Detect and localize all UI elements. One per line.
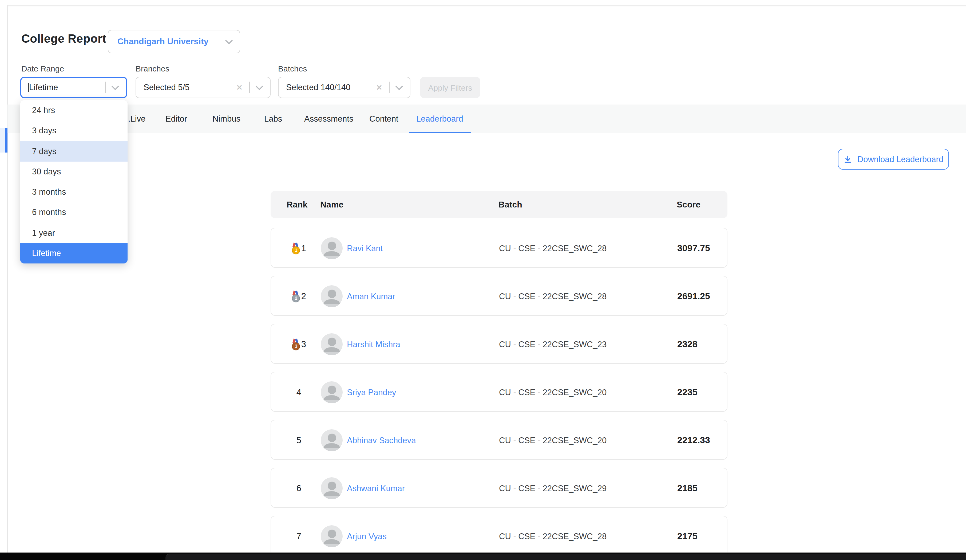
avatar-head	[327, 386, 336, 394]
batch-text: CU - CSE - 22CSE_SWC_28	[499, 228, 606, 268]
score-text: 2235	[677, 372, 698, 412]
top-border-line	[7, 5, 966, 7]
chevron-down-icon[interactable]	[256, 83, 263, 90]
tab-labs[interactable]: Labs	[264, 105, 282, 133]
rank-cell: 33	[276, 324, 321, 364]
tabs-strip	[7, 105, 966, 133]
branches-value: Selected 5/5	[136, 83, 237, 92]
column-header-batch: Batch	[498, 191, 522, 218]
date-range-select[interactable]: Lifetime	[20, 77, 127, 98]
leaderboard-row: 11 Ravi Kant CU - CSE - 22CSE_SWC_28 309…	[271, 228, 728, 268]
leaderboard-row: 5 Abhinav Sachdeva CU - CSE - 22CSE_SWC_…	[271, 420, 728, 460]
date-range-option[interactable]: 3 days	[20, 121, 128, 141]
branches-select[interactable]: Selected 5/5 ✕	[136, 77, 271, 98]
leaderboard-row: 4 Sriya Pandey CU - CSE - 22CSE_SWC_20 2…	[271, 372, 728, 412]
chevron-down-icon[interactable]	[225, 37, 233, 44]
sidebar-divider-line	[7, 5, 8, 553]
avatar-head	[327, 481, 336, 490]
student-name-link[interactable]: Ashwani Kumar	[347, 468, 405, 508]
sidebar-active-item-highlight[interactable]	[0, 128, 5, 152]
avatar-band	[321, 256, 343, 259]
score-text: 2328	[677, 324, 698, 364]
rank-number: 1	[301, 243, 306, 253]
page-title-text: College Report	[21, 32, 107, 45]
tab-live[interactable]: .Live	[128, 105, 146, 133]
university-select-value: Chandigarh University	[108, 37, 219, 46]
college-report-page: College Report| Chandigarh University Da…	[0, 0, 966, 560]
date-range-option[interactable]: 30 days	[20, 162, 128, 182]
tab-content[interactable]: Content	[369, 105, 398, 133]
score-text: 2175	[677, 516, 698, 556]
rank-number: 5	[296, 435, 301, 445]
select-divider	[249, 82, 250, 93]
avatar-head	[327, 434, 336, 442]
bronze-medal-icon: 3	[292, 338, 300, 350]
avatar-band	[321, 352, 343, 355]
student-name-link[interactable]: Arjun Vyas	[347, 516, 387, 556]
batch-text: CU - CSE - 22CSE_SWC_28	[499, 276, 606, 316]
leaderboard-row: 33 Harshit Mishra CU - CSE - 22CSE_SWC_2…	[271, 324, 728, 364]
date-range-label: Date Range	[21, 64, 64, 73]
avatar-band	[321, 448, 343, 451]
batches-select[interactable]: Selected 140/140 ✕	[278, 77, 411, 98]
tab-leaderboard[interactable]: Leaderboard	[416, 105, 463, 133]
avatar	[321, 382, 343, 403]
date-range-option[interactable]: 7 days	[20, 141, 128, 162]
avatar	[321, 525, 343, 547]
student-name-link[interactable]: Sriya Pandey	[347, 372, 396, 412]
gold-medal-icon: 1	[292, 242, 300, 254]
score-text: 2185	[677, 468, 698, 508]
chevron-down-icon[interactable]	[112, 83, 119, 90]
column-header-name: Name	[320, 191, 343, 218]
avatar-head	[327, 242, 336, 250]
tab-assessments[interactable]: Assessments	[304, 105, 353, 133]
avatar-band	[321, 496, 343, 499]
download-leaderboard-button[interactable]: Download Leaderboard	[838, 149, 949, 170]
university-select[interactable]: Chandigarh University	[108, 30, 240, 53]
avatar	[321, 477, 343, 499]
score-text: 2691.25	[677, 276, 710, 316]
avatar-band	[321, 304, 343, 307]
date-range-option[interactable]: 24 hrs	[20, 100, 128, 121]
select-divider	[105, 82, 106, 93]
rank-number: 4	[296, 387, 301, 397]
score-text: 3097.75	[677, 228, 710, 268]
avatar	[321, 333, 343, 355]
student-name-link[interactable]: Ravi Kant	[347, 228, 383, 268]
avatar	[321, 429, 343, 451]
batch-text: CU - CSE - 22CSE_SWC_28	[499, 516, 606, 556]
avatar-head	[327, 337, 336, 346]
sidebar-active-indicator	[5, 128, 7, 152]
student-name-link[interactable]: Abhinav Sachdeva	[347, 420, 416, 460]
avatar	[321, 237, 343, 259]
apply-filters-button[interactable]: Apply Filters	[420, 77, 480, 98]
tab-editor[interactable]: Editor	[166, 105, 187, 133]
avatar-band	[321, 544, 343, 547]
branches-label: Branches	[136, 64, 169, 73]
clear-icon[interactable]: ✕	[237, 83, 243, 92]
select-divider	[389, 82, 389, 93]
leaderboard-row: 6 Ashwani Kumar CU - CSE - 22CSE_SWC_29 …	[271, 468, 728, 508]
date-range-option[interactable]: 6 months	[20, 202, 128, 223]
avatar-band	[321, 400, 343, 403]
clear-icon[interactable]: ✕	[376, 83, 383, 92]
date-range-option[interactable]: 3 months	[20, 182, 128, 202]
batches-value: Selected 140/140	[279, 83, 376, 92]
tab-nimbus[interactable]: Nimbus	[212, 105, 240, 133]
column-header-score: Score	[677, 191, 700, 218]
avatar-head	[327, 530, 336, 538]
avatar	[321, 285, 343, 307]
rank-number: 7	[296, 531, 301, 541]
date-range-option[interactable]: Lifetime	[20, 243, 128, 264]
column-header-rank: Rank	[287, 191, 307, 218]
date-range-option[interactable]: 1 year	[20, 223, 128, 243]
student-name-link[interactable]: Aman Kumar	[347, 276, 395, 316]
student-name-link[interactable]: Harshit Mishra	[347, 324, 400, 364]
leaderboard-row: 22 Aman Kumar CU - CSE - 22CSE_SWC_28 26…	[271, 276, 728, 316]
silver-medal-icon: 2	[292, 290, 300, 302]
rank-number: 2	[301, 291, 306, 301]
download-leaderboard-label: Download Leaderboard	[858, 154, 943, 164]
rank-number: 3	[301, 339, 306, 349]
chevron-down-icon[interactable]	[396, 83, 403, 90]
rank-cell: 7	[276, 516, 321, 556]
